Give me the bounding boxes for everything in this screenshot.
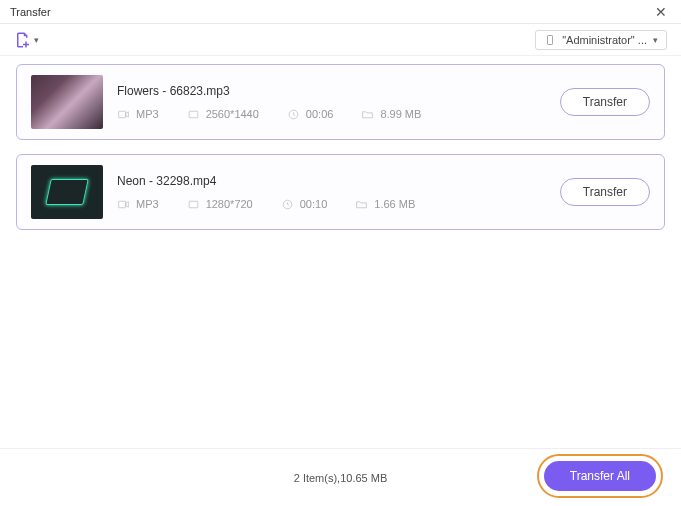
format-label: MP3 [136, 198, 159, 210]
resolution-label: 2560*1440 [206, 108, 259, 120]
toolbar: ▾ "Administrator" ... ▾ [0, 24, 681, 56]
close-icon[interactable]: ✕ [651, 4, 671, 20]
file-meta: MP3 1280*720 00:10 1.66 MB [117, 198, 546, 211]
file-info: Neon - 32298.mp4 MP3 1280*720 00:10 1.66… [117, 174, 546, 211]
video-icon [117, 198, 130, 211]
file-card: Flowers - 66823.mp3 MP3 2560*1440 00:06 … [16, 64, 665, 140]
phone-icon [544, 34, 556, 46]
file-name: Neon - 32298.mp4 [117, 174, 546, 188]
resolution-label: 1280*720 [206, 198, 253, 210]
transfer-all-highlight: Transfer All [537, 454, 663, 498]
svg-rect-2 [189, 111, 198, 118]
file-name: Flowers - 66823.mp3 [117, 84, 546, 98]
duration-label: 00:10 [300, 198, 328, 210]
file-meta: MP3 2560*1440 00:06 8.99 MB [117, 108, 546, 121]
transfer-button[interactable]: Transfer [560, 178, 650, 206]
video-icon [117, 108, 130, 121]
footer: 2 Item(s),10.65 MB Transfer All [0, 448, 681, 506]
transfer-button[interactable]: Transfer [560, 88, 650, 116]
window-title: Transfer [10, 6, 51, 18]
svg-rect-1 [119, 111, 126, 118]
svg-rect-5 [189, 201, 198, 208]
svg-rect-0 [548, 35, 553, 44]
duration-label: 00:06 [306, 108, 334, 120]
thumbnail [31, 75, 103, 129]
file-list: Flowers - 66823.mp3 MP3 2560*1440 00:06 … [0, 56, 681, 252]
device-label: "Administrator" ... [562, 34, 647, 46]
folder-icon [361, 108, 374, 121]
format-label: MP3 [136, 108, 159, 120]
size-label: 1.66 MB [374, 198, 415, 210]
titlebar: Transfer ✕ [0, 0, 681, 24]
thumbnail [31, 165, 103, 219]
add-file-button[interactable]: ▾ [14, 31, 39, 49]
clock-icon [287, 108, 300, 121]
file-info: Flowers - 66823.mp3 MP3 2560*1440 00:06 … [117, 84, 546, 121]
folder-icon [355, 198, 368, 211]
clock-icon [281, 198, 294, 211]
chevron-down-icon: ▾ [34, 35, 39, 45]
resolution-icon [187, 198, 200, 211]
file-card: Neon - 32298.mp4 MP3 1280*720 00:10 1.66… [16, 154, 665, 230]
resolution-icon [187, 108, 200, 121]
chevron-down-icon: ▾ [653, 35, 658, 45]
add-file-icon [14, 31, 32, 49]
svg-rect-4 [119, 201, 126, 208]
size-label: 8.99 MB [380, 108, 421, 120]
device-selector[interactable]: "Administrator" ... ▾ [535, 30, 667, 50]
transfer-all-button[interactable]: Transfer All [544, 461, 656, 491]
summary-label: 2 Item(s),10.65 MB [294, 472, 388, 484]
